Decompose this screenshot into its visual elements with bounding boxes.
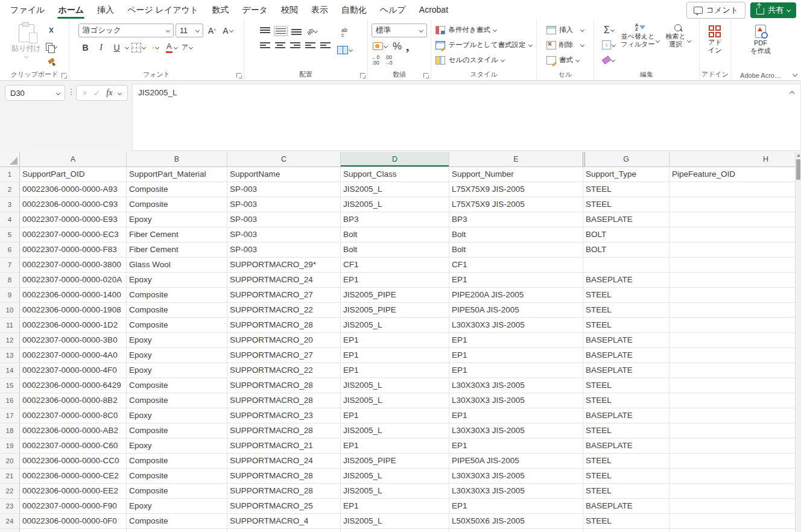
- font-color-button[interactable]: A: [164, 40, 179, 54]
- cell-E4[interactable]: BP3: [449, 212, 583, 227]
- cell-D25[interactable]: [341, 529, 449, 532]
- create-pdf-button[interactable]: PDF を作成: [749, 22, 772, 69]
- cell-A14[interactable]: 00022307-0000-0000-4F0: [20, 363, 127, 378]
- cell-H15[interactable]: [670, 378, 795, 393]
- row-header-22[interactable]: 22: [0, 484, 20, 499]
- clear-button[interactable]: [601, 53, 616, 67]
- cell-H11[interactable]: [670, 318, 795, 333]
- cell-H19[interactable]: [670, 439, 795, 454]
- cell-E1[interactable]: Support_Number: [449, 167, 583, 182]
- column-header-A[interactable]: A: [20, 152, 127, 167]
- cell-E23[interactable]: EP1: [449, 499, 583, 514]
- row-header-21[interactable]: 21: [0, 469, 20, 484]
- cell-A25[interactable]: [20, 529, 127, 532]
- cell-styles-button[interactable]: セルのスタイル: [435, 53, 531, 67]
- paste-button[interactable]: 貼り付け: [11, 22, 42, 69]
- align-left-button[interactable]: [259, 42, 271, 51]
- cell-H16[interactable]: [670, 393, 795, 408]
- increase-indent-button[interactable]: [319, 42, 332, 51]
- font-name-combobox[interactable]: 游ゴシック: [78, 24, 174, 37]
- align-right-button[interactable]: [289, 42, 302, 51]
- cell-E22[interactable]: L30X30X3 JIS-2005: [449, 484, 583, 499]
- cell-E3[interactable]: L75X75X9 JIS-2005: [449, 197, 583, 212]
- fill-color-button[interactable]: [148, 40, 162, 54]
- underline-button[interactable]: U: [110, 40, 124, 54]
- cell-G11[interactable]: STEEL: [583, 318, 670, 333]
- cell-C19[interactable]: SUPPORTMACRO_21: [227, 439, 341, 454]
- row-header-7[interactable]: 7: [0, 258, 20, 273]
- cell-A17[interactable]: 00022307-0000-0000-8C0: [20, 408, 127, 423]
- font-dialog-launcher[interactable]: [236, 73, 241, 78]
- cell-D4[interactable]: BP3: [341, 212, 449, 227]
- cell-G12[interactable]: BASEPLATE: [583, 333, 670, 348]
- comma-style-button[interactable]: ,: [406, 42, 409, 51]
- cell-G16[interactable]: STEEL: [583, 393, 670, 408]
- cell-E2[interactable]: L75X75X9 JIS-2005: [449, 182, 583, 197]
- cell-A11[interactable]: 00022306-0000-0000-1D2: [20, 318, 127, 333]
- cell-C21[interactable]: SUPPORTMACRO_28: [227, 469, 341, 484]
- tab-ホーム[interactable]: ホーム: [51, 0, 90, 20]
- cell-E24[interactable]: L50X50X6 JIS-2005: [449, 514, 583, 529]
- cell-E13[interactable]: EP1: [449, 348, 583, 363]
- cell-B17[interactable]: Epoxy: [127, 408, 227, 423]
- tab-自動化[interactable]: 自動化: [335, 0, 373, 20]
- cell-B10[interactable]: Composite: [127, 303, 227, 318]
- cell-C2[interactable]: SP-003: [227, 182, 341, 197]
- comments-button[interactable]: コメント: [686, 2, 746, 19]
- cell-E18[interactable]: L30X30X3 JIS-2005: [449, 423, 583, 439]
- cell-G7[interactable]: [583, 258, 670, 273]
- cell-A20[interactable]: 00022306-0000-0000-CC0: [20, 454, 127, 469]
- cell-D21[interactable]: JIS2005_L: [341, 469, 449, 484]
- clipboard-dialog-launcher[interactable]: [62, 73, 66, 78]
- cell-C14[interactable]: SUPPORTMACRO_22: [227, 363, 341, 378]
- cell-B20[interactable]: Composite: [127, 454, 227, 469]
- tab-ヘルプ[interactable]: ヘルプ: [373, 0, 413, 20]
- row-header-9[interactable]: 9: [0, 288, 20, 303]
- cell-H8[interactable]: [670, 273, 795, 288]
- cell-A23[interactable]: 00022307-0000-0000-F90: [20, 499, 127, 514]
- cell-G23[interactable]: BASEPLATE: [583, 499, 670, 514]
- insert-cells-button[interactable]: 挿入: [546, 23, 584, 37]
- cell-B4[interactable]: Epoxy: [127, 212, 227, 227]
- cell-B11[interactable]: Composite: [127, 318, 227, 333]
- sort-filter-button[interactable]: A Z 並べ替えと フィルター: [619, 22, 661, 69]
- cell-D10[interactable]: JIS2005_PIPE: [341, 303, 449, 318]
- cell-E8[interactable]: EP1: [449, 273, 583, 288]
- cell-D23[interactable]: EP1: [341, 499, 449, 514]
- cell-D18[interactable]: JIS2005_L: [341, 423, 449, 439]
- cell-G20[interactable]: STEEL: [583, 454, 670, 469]
- column-header-E[interactable]: E: [449, 152, 583, 167]
- cell-G8[interactable]: BASEPLATE: [583, 273, 670, 288]
- wrap-text-button[interactable]: ab c: [336, 25, 353, 39]
- percent-style-button[interactable]: %: [393, 40, 402, 52]
- cell-E16[interactable]: L30X30X3 JIS-2005: [449, 393, 583, 408]
- cell-H20[interactable]: [670, 454, 795, 469]
- vertical-scrollbar[interactable]: [795, 152, 801, 532]
- cell-B16[interactable]: Composite: [127, 393, 227, 408]
- tab-表示[interactable]: 表示: [305, 0, 335, 20]
- autosum-button[interactable]: Σ: [601, 23, 616, 37]
- alignment-dialog-launcher[interactable]: [360, 73, 365, 78]
- cell-D22[interactable]: JIS2005_L: [341, 484, 449, 499]
- cell-E5[interactable]: Bolt: [449, 227, 583, 242]
- cell-C17[interactable]: SUPPORTMACRO_23: [227, 408, 341, 423]
- italic-button[interactable]: I: [94, 40, 108, 54]
- cell-D9[interactable]: JIS2005_PIPE: [341, 288, 449, 303]
- row-header-4[interactable]: 4: [0, 212, 20, 227]
- cell-H23[interactable]: [670, 499, 795, 514]
- cell-H4[interactable]: [670, 212, 795, 227]
- cell-A2[interactable]: 00022306-0000-0000-A93: [20, 182, 127, 197]
- scroll-up-arrow-icon[interactable]: [797, 154, 800, 157]
- cell-C16[interactable]: SUPPORTMACRO_28: [227, 393, 341, 408]
- tab-数式[interactable]: 数式: [205, 0, 235, 20]
- conditional-formatting-button[interactable]: 条件付き書式: [435, 23, 531, 37]
- cell-C11[interactable]: SUPPORTMACRO_28: [227, 318, 341, 333]
- format-painter-button[interactable]: [45, 55, 59, 69]
- align-center-button[interactable]: [274, 42, 287, 51]
- cell-A24[interactable]: 00022306-0000-0000-0F0: [20, 514, 127, 529]
- cell-B3[interactable]: Composite: [127, 197, 227, 212]
- cell-D11[interactable]: JIS2005_L: [341, 318, 449, 333]
- decrease-indent-button[interactable]: [304, 42, 317, 51]
- cell-H3[interactable]: [670, 197, 795, 212]
- collapse-formula-bar-chevron[interactable]: [790, 91, 794, 96]
